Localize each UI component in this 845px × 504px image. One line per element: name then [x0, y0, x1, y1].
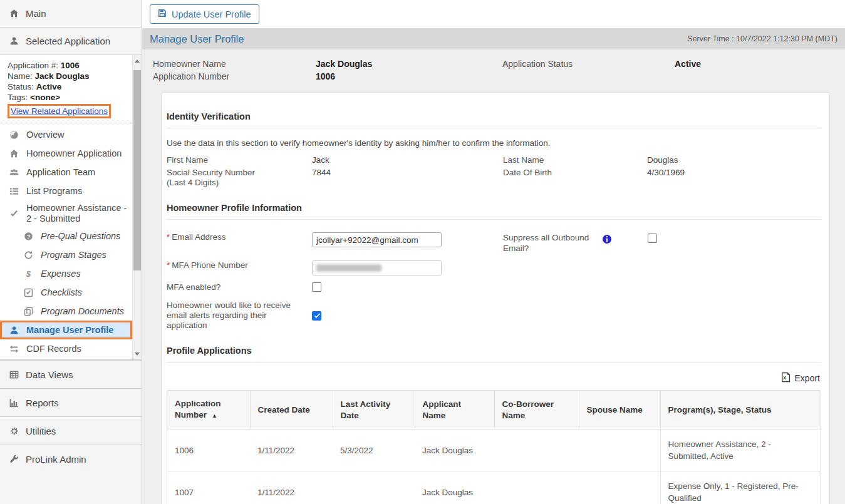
redacted-phone-value [316, 264, 381, 272]
sidebar-item-application-team[interactable]: Application Team [0, 163, 132, 182]
sidebar-item-list-programs[interactable]: List Programs [0, 182, 132, 200]
column-header-programs[interactable]: Program(s), Stage, Status [660, 391, 821, 429]
globe-icon [9, 130, 19, 140]
action-toolbar: Update User Profile [142, 0, 845, 28]
check-icon [9, 209, 19, 219]
sidebar-item-utilities[interactable]: Utilities [0, 416, 142, 445]
sidebar-item-cdf-records[interactable]: CDF Records [0, 339, 132, 358]
export-button[interactable]: x Export [780, 372, 820, 384]
identity-verification-heading: Identity Verification [167, 111, 821, 128]
sidebar-item-manage-user-profile[interactable]: Manage User Profile [0, 321, 132, 339]
cell-co-borrower-name [494, 471, 579, 504]
highlight-annotation: View Related Applications [8, 104, 111, 118]
column-header-co-borrower-name[interactable]: Co-Borrower Name [494, 391, 579, 429]
suppress-outbound-email-checkbox[interactable] [648, 234, 657, 243]
application-number: 1006 [61, 61, 80, 70]
last-name-label: Last Name [503, 155, 647, 165]
email-alerts-label: Homeowner would like to receive email al… [167, 301, 298, 331]
scrollbar-thumb[interactable] [133, 70, 141, 270]
sync-icon [23, 250, 33, 260]
cell-application-number: 1006 [167, 429, 250, 471]
sidebar-item-label: Main [26, 8, 46, 19]
column-header-application-number[interactable]: Application Number▲ [167, 391, 250, 429]
dob-label: Date Of Birth [503, 168, 647, 178]
column-header-applicant-name[interactable]: Applicant Name [415, 391, 494, 429]
required-asterisk: * [167, 260, 170, 270]
sidebar-scrollbar[interactable] [132, 55, 142, 359]
svg-text:$: $ [25, 269, 31, 279]
cell-programs: Expense Only, 1 - Registered, Pre-Qualif… [660, 471, 821, 504]
user-icon [9, 326, 19, 335]
cell-created-date: 1/11/2022 [250, 429, 333, 471]
check-square-icon [23, 288, 33, 297]
cell-spouse-name [579, 471, 660, 504]
exchange-icon [9, 344, 19, 354]
svg-text:x: x [783, 374, 786, 381]
mfa-enabled-label: MFA enabled? [167, 282, 312, 292]
sidebar-item-overview[interactable]: Overview [0, 125, 132, 144]
user-icon [9, 36, 19, 46]
server-time: Server Time : 10/7/2022 1:12:30 PM (MDT) [687, 34, 837, 43]
cell-created-date: 1/11/2022 [250, 471, 333, 504]
sidebar-item-homeowner-application[interactable]: Homeowner Application [0, 144, 132, 163]
ssn-label: Social Security Number (Last 4 Digits) [167, 168, 312, 188]
page-title: Manage User Profile [150, 33, 244, 45]
required-asterisk: * [167, 232, 170, 242]
page-content: Homeowner Name Application Number Jack D… [142, 49, 845, 504]
wrench-icon [9, 455, 19, 464]
cell-last-activity-date: 5/3/2022 [333, 429, 415, 471]
column-header-created-date[interactable]: Created Date [250, 391, 333, 429]
scroll-down-icon[interactable] [133, 349, 142, 358]
sidebar-item-program-stages[interactable]: Program Stages [0, 245, 132, 264]
sidebar-footer-menu: Data Views Reports Utilities ProLink Adm… [0, 360, 142, 473]
email-alerts-checkbox[interactable] [312, 311, 321, 321]
sidebar-item-label: Checklists [41, 287, 82, 298]
scroll-up-icon[interactable] [133, 56, 142, 65]
sidebar-item-label: Program Stages [41, 250, 106, 260]
mfa-phone-label: *MFA Phone Number [167, 260, 312, 270]
column-header-last-activity-date[interactable]: Last Activity Date [333, 391, 415, 429]
cell-spouse-name [579, 429, 660, 471]
update-user-profile-button[interactable]: Update User Profile [150, 4, 259, 24]
application-tags: <none> [30, 93, 60, 102]
sidebar-item-pre-qual-questions[interactable]: ? Pre-Qual Questions [0, 227, 132, 245]
sidebar-item-reports[interactable]: Reports [0, 388, 142, 416]
svg-text:?: ? [26, 233, 30, 239]
email-input[interactable] [312, 232, 442, 247]
first-name-label: First Name [167, 155, 312, 165]
table-row[interactable]: 1007 1/11/2022 Jack Douglas Expense Only… [167, 471, 821, 504]
question-circle-icon: ? [23, 232, 33, 241]
sidebar-item-main[interactable]: Main [0, 0, 142, 28]
sidebar-item-data-views[interactable]: Data Views [0, 360, 142, 388]
table-row[interactable]: 1006 1/11/2022 5/3/2022 Jack Douglas Hom… [167, 429, 821, 471]
identity-fields: First Name Jack Last Name Douglas Social… [167, 155, 821, 188]
app-window: Main Selected Application Application #:… [0, 0, 845, 504]
sidebar-menu: Overview Homeowner Application Applicati… [0, 123, 132, 358]
mfa-phone-input[interactable] [312, 260, 442, 275]
email-address-label: *Email Address [167, 232, 312, 242]
view-related-applications-link[interactable]: View Related Applications [11, 106, 108, 116]
application-status: Active [36, 82, 62, 91]
selected-application-info: Application #: 1006 Name: Jack Douglas S… [0, 55, 132, 123]
profile-applications-table: Application Number▲ Created Date Last Ac… [167, 390, 821, 504]
dob-value: 4/30/1969 [647, 168, 821, 177]
sidebar-item-expenses[interactable]: $ Expenses [0, 264, 132, 283]
sidebar-item-homeowner-assistance[interactable]: Homeowner Assistance - 2 - Submitted [0, 200, 132, 227]
homeowner-name-label: Homeowner Name [153, 58, 316, 70]
sidebar-item-checklists[interactable]: Checklists [0, 283, 132, 302]
sidebar-item-label: Data Views [26, 369, 73, 380]
sidebar-item-label: Utilities [26, 426, 56, 436]
ssn-value: 7844 [312, 168, 503, 177]
sidebar-item-prolink-admin[interactable]: ProLink Admin [0, 445, 142, 473]
sidebar-item-selected-application[interactable]: Selected Application [0, 28, 142, 55]
sidebar-item-label: Pre-Qual Questions [41, 231, 120, 242]
dollar-icon: $ [23, 269, 33, 279]
homeowner-name-value: Jack Douglas [316, 58, 502, 70]
info-icon[interactable] [602, 234, 612, 246]
sidebar-item-label: CDF Records [26, 344, 81, 354]
cell-co-borrower-name [494, 429, 579, 471]
column-header-spouse-name[interactable]: Spouse Name [579, 391, 660, 429]
application-status-value: Active [675, 58, 830, 83]
sidebar-item-program-documents[interactable]: Program Documents [0, 302, 132, 321]
mfa-enabled-checkbox[interactable] [312, 282, 321, 292]
